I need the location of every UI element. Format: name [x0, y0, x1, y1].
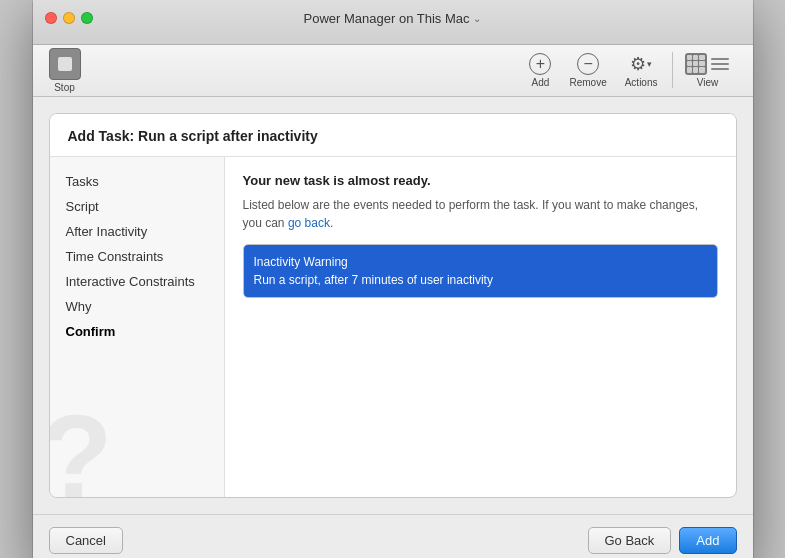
- cancel-button[interactable]: Cancel: [49, 527, 123, 554]
- event-line1: Inactivity Warning: [254, 253, 707, 271]
- go-back-link[interactable]: go back: [288, 216, 330, 230]
- toolbar-right-group: + Add − Remove ⚙ ▾ Actions: [521, 49, 736, 92]
- wizard-main: Your new task is almost ready. Listed be…: [225, 157, 736, 497]
- remove-button[interactable]: − Remove: [561, 49, 614, 92]
- view-label: View: [697, 77, 719, 88]
- toolbar: Stop + Add − Remove ⚙ ▾ Actions: [33, 45, 753, 97]
- view-line: [711, 68, 729, 70]
- task-panel: Add Task: Run a script after inactivity …: [49, 113, 737, 498]
- gear-icon: ⚙: [630, 53, 646, 75]
- view-icons-group: [685, 53, 731, 75]
- grid-cell: [687, 61, 692, 66]
- panel-body: ? Tasks Script After Inactivity Time Con…: [50, 157, 736, 497]
- view-button[interactable]: View: [679, 49, 737, 92]
- sidebar-item-after-inactivity[interactable]: After Inactivity: [50, 219, 224, 244]
- title-bar: Power Manager on This Mac ⌄: [33, 0, 753, 45]
- actions-label: Actions: [625, 77, 658, 88]
- grid-cell: [693, 55, 698, 60]
- panel-title: Add Task: Run a script after inactivity: [68, 128, 318, 144]
- go-back-button[interactable]: Go Back: [588, 527, 672, 554]
- window-title: Power Manager on This Mac ⌄: [304, 11, 482, 26]
- remove-icon: −: [577, 53, 599, 75]
- events-list: Inactivity Warning Run a script, after 7…: [243, 244, 718, 298]
- content-area: Add Task: Run a script after inactivity …: [33, 97, 753, 514]
- grid-cell: [687, 67, 692, 72]
- wizard-sidebar: ? Tasks Script After Inactivity Time Con…: [50, 157, 225, 497]
- actions-icon-row: ⚙ ▾: [630, 53, 652, 75]
- minimize-button[interactable]: [63, 12, 75, 24]
- sidebar-item-tasks[interactable]: Tasks: [50, 169, 224, 194]
- grid-view-icon: [685, 53, 707, 75]
- remove-label: Remove: [569, 77, 606, 88]
- title-chevron-icon: ⌄: [473, 13, 481, 24]
- grid-cell: [693, 67, 698, 72]
- dialog-footer: Cancel Go Back Add: [33, 514, 753, 559]
- description-text-2: .: [330, 216, 333, 230]
- view-line: [711, 63, 729, 65]
- event-item[interactable]: Inactivity Warning Run a script, after 7…: [244, 245, 717, 297]
- main-heading: Your new task is almost ready.: [243, 173, 718, 188]
- traffic-lights: [45, 12, 93, 24]
- toolbar-divider: [672, 52, 673, 88]
- sidebar-item-confirm[interactable]: Confirm: [50, 319, 224, 344]
- sidebar-item-time-constraints[interactable]: Time Constraints: [50, 244, 224, 269]
- sidebar-watermark: ?: [50, 397, 113, 497]
- actions-button[interactable]: ⚙ ▾ Actions: [617, 49, 666, 92]
- actions-chevron-icon: ▾: [647, 59, 652, 69]
- panel-header: Add Task: Run a script after inactivity: [50, 114, 736, 157]
- grid-cell: [699, 67, 704, 72]
- view-line: [711, 58, 729, 60]
- maximize-button[interactable]: [81, 12, 93, 24]
- title-label: Power Manager on This Mac: [304, 11, 470, 26]
- grid-cell: [699, 55, 704, 60]
- grid-cell: [687, 55, 692, 60]
- sidebar-item-why[interactable]: Why: [50, 294, 224, 319]
- event-line2: Run a script, after 7 minutes of user in…: [254, 271, 707, 289]
- stop-label: Stop: [54, 82, 75, 93]
- main-window: Power Manager on This Mac ⌄ Stop + Add −…: [33, 0, 753, 558]
- add-button-footer[interactable]: Add: [679, 527, 736, 554]
- stop-button-group: Stop: [49, 48, 81, 93]
- list-view-icon: [709, 53, 731, 75]
- close-button[interactable]: [45, 12, 57, 24]
- grid-cell: [693, 61, 698, 66]
- main-description: Listed below are the events needed to pe…: [243, 196, 718, 232]
- sidebar-item-script[interactable]: Script: [50, 194, 224, 219]
- stop-button[interactable]: [49, 48, 81, 80]
- add-button[interactable]: + Add: [521, 49, 559, 92]
- stop-icon: [58, 57, 72, 71]
- add-icon: +: [529, 53, 551, 75]
- footer-right-buttons: Go Back Add: [588, 527, 737, 554]
- grid-cell: [699, 61, 704, 66]
- add-label: Add: [532, 77, 550, 88]
- sidebar-item-interactive-constraints[interactable]: Interactive Constraints: [50, 269, 224, 294]
